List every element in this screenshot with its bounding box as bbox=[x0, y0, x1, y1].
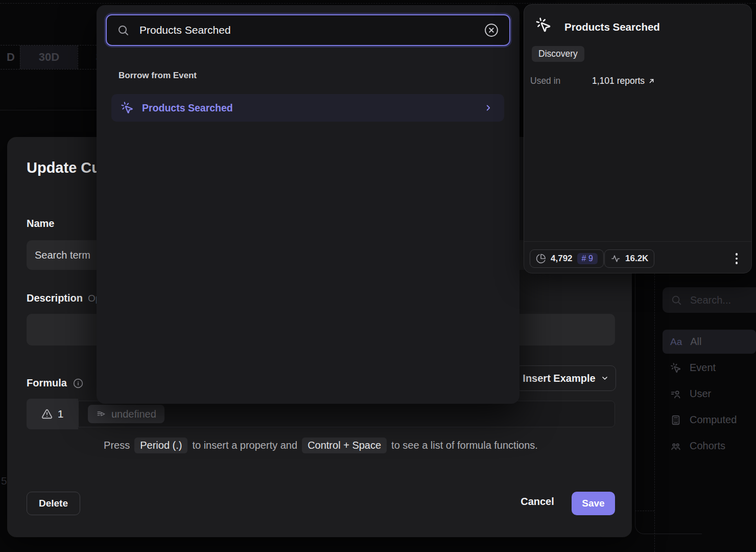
total-count-value: 16.2K bbox=[625, 254, 648, 264]
unique-count-stat[interactable]: 4,792 # 9 bbox=[530, 249, 604, 268]
hint-press: Press bbox=[104, 440, 130, 451]
sidebar-item-label: Computed bbox=[690, 414, 737, 426]
used-in-reports-link[interactable]: 1,101 reports bbox=[592, 76, 655, 86]
insert-example-label: Insert Example bbox=[523, 373, 595, 384]
time-range-7d[interactable]: D bbox=[0, 45, 20, 69]
list-pointer-icon bbox=[96, 409, 106, 419]
popover-search-input[interactable] bbox=[138, 24, 475, 37]
hint-after: to see a list of formula functions. bbox=[391, 440, 538, 451]
used-in-label: Used in bbox=[530, 76, 560, 86]
warning-icon bbox=[41, 408, 53, 420]
background-dashed-tick bbox=[635, 511, 654, 511]
sidebar-item-user[interactable]: User bbox=[663, 382, 756, 406]
calculator-icon bbox=[670, 415, 681, 426]
sidebar-item-cohorts[interactable]: Cohorts bbox=[663, 434, 756, 458]
event-result-label: Products Searched bbox=[142, 102, 233, 114]
pie-chart-icon bbox=[536, 254, 546, 264]
sidebar-item-label: User bbox=[690, 388, 711, 400]
event-result-row[interactable]: Products Searched bbox=[111, 94, 504, 122]
background-chart-divider bbox=[0, 110, 97, 110]
sidebar-item-label: Cohorts bbox=[690, 440, 725, 452]
total-count-stat[interactable]: 16.2K bbox=[604, 249, 654, 268]
category-badge: Discovery bbox=[532, 46, 584, 62]
formula-label: Formula bbox=[27, 377, 83, 389]
cursor-click-icon bbox=[670, 362, 681, 374]
unique-count-value: 4,792 bbox=[551, 254, 573, 264]
description-label-text: Description bbox=[27, 292, 83, 304]
sidebar-item-label: All bbox=[690, 336, 701, 348]
app-root: D 30D 3M 5 Aa All Event User Computed bbox=[0, 0, 756, 552]
event-details-card: Products Searched Discovery Used in 1,10… bbox=[524, 4, 752, 273]
delete-button[interactable]: Delete bbox=[27, 492, 80, 515]
name-label: Name bbox=[27, 218, 54, 229]
search-icon bbox=[117, 24, 129, 36]
cancel-button[interactable]: Cancel bbox=[507, 496, 568, 508]
chevron-right-icon bbox=[484, 103, 493, 112]
search-icon bbox=[671, 294, 682, 306]
rank-badge: # 9 bbox=[577, 253, 598, 264]
background-dashed-divider bbox=[654, 273, 655, 552]
borrow-search-popover: Borrow from Event Products Searched bbox=[97, 5, 519, 404]
kbd-period: Period (.) bbox=[134, 438, 187, 453]
clear-icon[interactable] bbox=[484, 22, 499, 38]
text-format-icon: Aa bbox=[670, 336, 682, 348]
sidebar-item-computed[interactable]: Computed bbox=[663, 408, 756, 432]
used-in-reports-text: 1,101 reports bbox=[592, 76, 645, 86]
background-top-divider bbox=[0, 3, 756, 4]
cursor-click-icon bbox=[535, 17, 552, 33]
hint-between: to insert a property and bbox=[192, 440, 297, 451]
event-title: Products Searched bbox=[564, 21, 660, 33]
kebab-menu-icon[interactable] bbox=[728, 250, 745, 267]
borrow-from-event-heading: Borrow from Event bbox=[119, 71, 197, 81]
formula-hint: Press Period (.) to insert a property an… bbox=[27, 438, 615, 453]
sidebar-search-input-wrap[interactable] bbox=[663, 287, 756, 313]
activity-icon bbox=[610, 254, 621, 264]
save-button[interactable]: Save bbox=[572, 492, 615, 515]
chart-axis-label: 5 bbox=[1, 475, 7, 487]
sidebar-search-input[interactable] bbox=[689, 294, 756, 307]
insert-example-button[interactable]: Insert Example bbox=[515, 365, 616, 391]
time-range-30d[interactable]: 30D bbox=[20, 45, 78, 69]
popover-search-box[interactable] bbox=[106, 14, 510, 46]
formula-token-label: undefined bbox=[111, 408, 156, 420]
formula-label-text: Formula bbox=[27, 377, 67, 389]
kbd-control-space: Control + Space bbox=[302, 438, 387, 453]
info-icon[interactable] bbox=[73, 378, 83, 388]
chevron-down-icon bbox=[601, 374, 609, 382]
formula-error-badge: 1 bbox=[27, 399, 78, 429]
error-count: 1 bbox=[58, 408, 64, 420]
people-icon bbox=[670, 441, 681, 452]
external-link-icon bbox=[648, 77, 655, 85]
modal-title: Update Cu bbox=[27, 159, 101, 176]
sidebar-item-all[interactable]: Aa All bbox=[663, 330, 756, 354]
formula-token[interactable]: undefined bbox=[88, 405, 164, 423]
user-list-icon bbox=[670, 388, 681, 400]
cursor-click-icon bbox=[121, 101, 134, 114]
formula-editor[interactable]: undefined bbox=[78, 401, 615, 427]
sidebar-item-event[interactable]: Event bbox=[663, 356, 756, 380]
card-divider bbox=[524, 241, 751, 242]
sidebar-item-label: Event bbox=[690, 362, 716, 374]
